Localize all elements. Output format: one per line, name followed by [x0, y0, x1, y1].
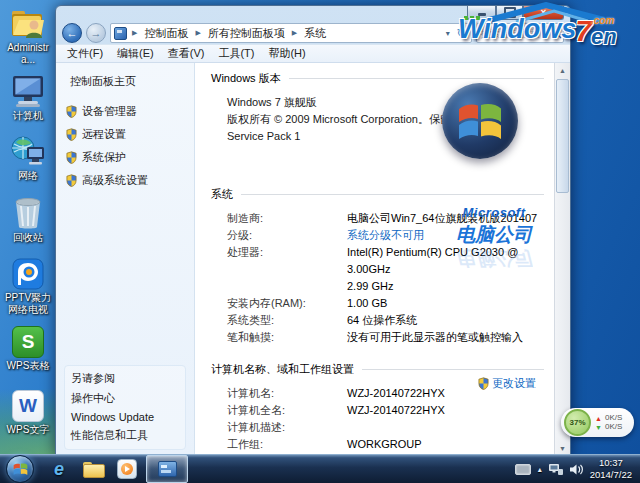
search-input[interactable] [477, 28, 551, 39]
address-dropdown-icon[interactable]: ▾ [443, 29, 453, 38]
back-button[interactable]: ← [62, 23, 82, 43]
forward-button[interactable]: → [86, 23, 106, 43]
download-arrow-icon: ▼ [595, 424, 602, 431]
taskbar-media-player-button[interactable] [110, 456, 144, 482]
desktop-icon-label: PPTV聚力 网络电视 [2, 292, 54, 315]
clock-time: 10:37 [590, 457, 632, 469]
wps-spreadsheet-icon: S [12, 326, 44, 358]
sidebar-item-system-protection[interactable]: 系统保护 [56, 148, 194, 167]
row-value: 1.00 GB [347, 295, 387, 312]
row-label: 分级: [227, 227, 347, 244]
window-titlebar[interactable]: × [56, 6, 570, 22]
search-box[interactable] [476, 23, 564, 43]
sidebar-item-remote-settings[interactable]: 远程设置 [56, 125, 194, 144]
info-row-description: 计算机描述: [227, 419, 544, 436]
taskbar-clock[interactable]: 10:37 2014/7/22 [590, 457, 632, 481]
row-label: 处理器: [227, 244, 347, 295]
input-indicator-icon[interactable] [515, 464, 531, 475]
row-label: 安装内存(RAM): [227, 295, 347, 312]
desktop-icon-label: 网络 [18, 170, 38, 182]
scrollbar-thumb[interactable] [556, 79, 569, 193]
menu-tools[interactable]: 工具(T) [211, 45, 261, 62]
desktop-icon-pptv[interactable]: PPTV聚力 网络电视 [2, 258, 54, 315]
search-icon [551, 28, 562, 39]
oem-microsoft-text: Microsoft [456, 205, 532, 220]
desktop-icon-recycle-bin[interactable]: 回收站 [2, 196, 54, 244]
system-window: × ← → ▶ 控制面板 ▶ 所有控制面板项 ▶ 系统 ▾ ↻ [55, 5, 571, 457]
taskbar-ie-button[interactable]: e [42, 456, 76, 482]
row-label: 工作组: [227, 436, 347, 453]
system-content: Windows 版本 Windows 7 旗舰版 版权所有 © 2009 Mic… [195, 63, 554, 456]
row-label: 计算机名: [227, 385, 347, 402]
media-player-icon [117, 459, 137, 479]
change-settings-link[interactable]: 更改设置 [478, 376, 536, 391]
desktop-icon-wps-spreadsheet[interactable]: S WPS表格 [2, 326, 54, 372]
system-section: 系统 制造商: 电脑公司Win7_64位旗舰装机版201407 分级: 系统分级… [211, 187, 544, 346]
screen: Windows7 .com en Administra... 计算机 [0, 0, 640, 483]
close-icon: × [541, 7, 547, 18]
taskbar-active-system-window[interactable] [146, 455, 188, 483]
vertical-scrollbar[interactable]: ▲ ▼ [554, 63, 570, 456]
desktop-icon-wps-writer[interactable]: W WPS文字 [2, 390, 54, 436]
desktop-icon-label: 回收站 [13, 232, 43, 244]
menu-view[interactable]: 查看(V) [161, 45, 212, 62]
maximize-button[interactable] [496, 6, 523, 20]
scroll-up-icon: ▲ [559, 67, 566, 74]
scroll-up-button[interactable]: ▲ [555, 63, 570, 78]
oem-logo: Microsoft 电脑公司 电脑公司 [456, 205, 532, 271]
breadcrumb-all-items[interactable]: 所有控制面板项 [206, 26, 287, 41]
sidebar-item-device-manager[interactable]: 设备管理器 [56, 102, 194, 121]
info-row-memory: 安装内存(RAM): 1.00 GB [227, 295, 544, 312]
computer-name-section: 计算机名称、域和工作组设置 计算机名: WZJ-20140722HYX 计算机全… [211, 362, 544, 453]
sidebar-item-control-panel-home[interactable]: 控制面板主页 [56, 71, 194, 92]
row-label: 制造商: [227, 210, 347, 227]
menu-bar: 文件(F) 编辑(E) 查看(V) 工具(T) 帮助(H) [56, 44, 570, 63]
sidebar-item-label: 高级系统设置 [82, 173, 148, 188]
row-value: WORKGROUP [347, 436, 422, 453]
net-speed-widget[interactable]: 37% ▲0K/S ▼0K/S [561, 408, 634, 437]
uac-shield-icon [66, 151, 77, 164]
close-button[interactable]: × [523, 6, 564, 20]
address-bar[interactable]: ▶ 控制面板 ▶ 所有控制面板项 ▶ 系统 ▾ ↻ [110, 23, 472, 43]
download-speed: 0K/S [605, 423, 622, 431]
sidebar-item-label: 设备管理器 [82, 104, 137, 119]
refresh-icon[interactable]: ↻ [455, 27, 468, 40]
volume-icon[interactable] [570, 464, 583, 475]
sidebar-item-action-center[interactable]: 操作中心 [71, 391, 185, 406]
minimize-button[interactable] [467, 6, 496, 20]
scroll-down-icon: ▼ [559, 445, 566, 452]
network-tray-icon[interactable] [549, 464, 563, 475]
uac-shield-icon [66, 128, 77, 141]
desktop-icon-label: Administra... [2, 42, 54, 65]
breadcrumb-system[interactable]: 系统 [302, 26, 328, 41]
upload-speed: 0K/S [605, 414, 622, 422]
section-title: 系统 [211, 187, 233, 202]
breadcrumb-control-panel[interactable]: 控制面板 [142, 26, 190, 41]
see-also-panel: 另请参阅 操作中心 Windows Update 性能信息和工具 [64, 365, 186, 450]
desktop-icon-network[interactable]: 网络 [2, 134, 54, 182]
desktop-icon-computer[interactable]: 计算机 [2, 74, 54, 122]
taskbar-explorer-button[interactable] [76, 456, 110, 482]
show-hidden-icons-button[interactable]: ▴ [538, 465, 542, 474]
windows-flag-icon [457, 100, 503, 142]
rating-unavailable-link[interactable]: 系统分级不可用 [347, 227, 424, 244]
sidebar-item-windows-update[interactable]: Windows Update [71, 411, 185, 423]
start-button[interactable] [6, 455, 34, 483]
network-icon [10, 134, 46, 168]
menu-file[interactable]: 文件(F) [60, 45, 110, 62]
info-row-system-type: 系统类型: 64 位操作系统 [227, 312, 544, 329]
row-value: WZJ-20140722HYX [347, 402, 445, 419]
desktop-icon-administrator[interactable]: Administra... [2, 8, 54, 65]
sidebar-item-performance-tools[interactable]: 性能信息和工具 [71, 428, 185, 443]
pptv-icon [12, 258, 44, 290]
row-value: 64 位操作系统 [347, 312, 417, 329]
uac-shield-icon [66, 105, 77, 118]
menu-help[interactable]: 帮助(H) [261, 45, 312, 62]
sidebar-item-label: 系统保护 [82, 150, 126, 165]
cpu-usage-gauge[interactable]: 37% [564, 409, 591, 436]
desktop-icon-label: WPS文字 [7, 424, 50, 436]
row-value: 没有可用于此显示器的笔或触控输入 [347, 329, 523, 346]
menu-edit[interactable]: 编辑(E) [110, 45, 161, 62]
info-row-workgroup: 工作组: WORKGROUP [227, 436, 544, 453]
sidebar-item-advanced-system-settings[interactable]: 高级系统设置 [56, 171, 194, 190]
